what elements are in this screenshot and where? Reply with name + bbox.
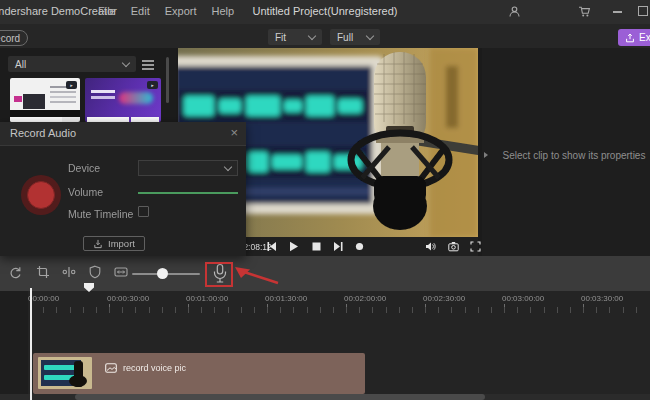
timeline-panel: 00:00:0000:00:30:0000:01:00:0000:01:30:0… xyxy=(0,291,650,400)
export-button[interactable]: Export xyxy=(618,29,650,46)
record-dot-icon[interactable] xyxy=(354,241,365,252)
record-audio-button-inner xyxy=(27,181,55,209)
timeline-zoom-knob[interactable] xyxy=(157,268,168,279)
properties-placeholder: Select clip to show its properties xyxy=(502,150,646,161)
scale-dropdown-value: Full xyxy=(337,32,353,43)
minimize-icon[interactable] xyxy=(613,11,622,13)
annotation-highlight-box xyxy=(205,262,233,287)
volume-icon[interactable] xyxy=(425,241,436,252)
import-button[interactable]: Import xyxy=(83,236,145,251)
video-badge-icon: ▸ xyxy=(66,81,77,89)
playhead[interactable] xyxy=(30,288,32,400)
device-select[interactable] xyxy=(138,160,238,176)
crop-icon[interactable] xyxy=(36,265,52,281)
volume-label: Volume xyxy=(68,186,103,198)
ruler-label: 00:02:00:00 xyxy=(344,294,386,303)
record-screen-button[interactable]: Record xyxy=(0,30,28,46)
maximize-icon[interactable] xyxy=(638,6,648,16)
scale-dropdown[interactable]: Full xyxy=(330,29,380,45)
redo-icon[interactable] xyxy=(8,265,24,281)
media-thumbnail-purple[interactable]: ▸ xyxy=(85,78,161,122)
fullscreen-icon[interactable] xyxy=(470,241,481,252)
media-panel-scrollbar[interactable] xyxy=(166,57,169,103)
clip-thumbnail xyxy=(38,357,92,389)
cart-icon[interactable] xyxy=(578,5,591,18)
thumbnail-decor xyxy=(23,94,45,109)
timeline-hscroll-thumb[interactable] xyxy=(75,394,485,400)
ruler-label: 00:01:30:00 xyxy=(265,294,307,303)
shield-icon[interactable] xyxy=(88,265,104,281)
record-audio-dialog: Record Audio × Device Volume Mute Timeli… xyxy=(0,122,246,256)
thumbnail-decor xyxy=(91,90,115,93)
chevron-down-icon xyxy=(366,31,374,39)
ruler-label: 00:00:30:00 xyxy=(107,294,149,303)
split-icon[interactable] xyxy=(62,265,78,281)
fit-dropdown-value: Fit xyxy=(275,32,286,43)
mute-timeline-checkbox[interactable] xyxy=(138,206,149,217)
edit-toolbar xyxy=(0,256,650,291)
device-label: Device xyxy=(68,162,100,174)
menu-icon[interactable] xyxy=(142,60,154,62)
chevron-down-icon xyxy=(224,162,232,170)
import-icon xyxy=(93,239,103,249)
media-filter-value: All xyxy=(15,59,26,70)
record-audio-button[interactable] xyxy=(21,175,61,215)
export-button-label: Export xyxy=(639,32,650,43)
close-icon[interactable]: × xyxy=(230,125,238,140)
ruler-minor-ticks xyxy=(30,307,642,313)
track-header-strip xyxy=(0,291,28,400)
thumbnail-decor xyxy=(119,92,153,104)
media-thumbnail-webpage[interactable]: ▸ xyxy=(10,78,80,122)
import-button-label: Import xyxy=(108,238,135,249)
thumbnail-decor xyxy=(10,110,80,117)
upload-icon xyxy=(625,33,635,43)
tool-strip xyxy=(0,24,650,48)
project-title: Untitled Project(Unregistered) xyxy=(0,5,650,17)
previous-frame-icon[interactable] xyxy=(266,241,277,252)
ruler-label: 00:01:00:00 xyxy=(186,294,228,303)
media-filter-dropdown[interactable]: All xyxy=(8,56,136,72)
snapshot-icon[interactable] xyxy=(448,241,459,252)
ruler-label: 00:02:30:00 xyxy=(423,294,465,303)
annotation-arrow-icon xyxy=(234,266,280,286)
video-badge-icon: ▸ xyxy=(147,81,158,89)
picture-icon xyxy=(105,363,117,373)
ruler-label: 00:00:00 xyxy=(28,294,59,303)
properties-panel: Select clip to show its properties xyxy=(482,48,650,256)
dialog-header: Record Audio × xyxy=(0,122,246,146)
mute-timeline-label: Mute Timeline xyxy=(68,208,133,220)
stop-icon[interactable] xyxy=(311,241,322,252)
volume-slider[interactable] xyxy=(138,192,238,194)
ruler-label: 00:03:00:00 xyxy=(502,294,544,303)
dialog-title: Record Audio xyxy=(10,127,76,139)
title-bar: Wondershare DemoCreator FileEditExportHe… xyxy=(0,0,650,24)
timeline-clip[interactable]: record voice pic xyxy=(33,353,365,394)
account-icon[interactable] xyxy=(508,5,521,18)
next-frame-icon[interactable] xyxy=(333,241,344,252)
collapse-arrow-icon[interactable] xyxy=(484,152,488,158)
fit-dropdown[interactable]: Fit xyxy=(268,29,322,45)
ruler-label: 00:03:30:00 xyxy=(581,294,623,303)
chevron-down-icon xyxy=(308,31,316,39)
chevron-down-icon xyxy=(122,58,130,66)
expand-icon[interactable] xyxy=(114,265,130,281)
thumbnail-decor xyxy=(14,96,22,102)
play-icon[interactable] xyxy=(288,241,299,252)
clip-label: record voice pic xyxy=(123,363,186,373)
mouse-cursor-icon xyxy=(84,283,94,292)
